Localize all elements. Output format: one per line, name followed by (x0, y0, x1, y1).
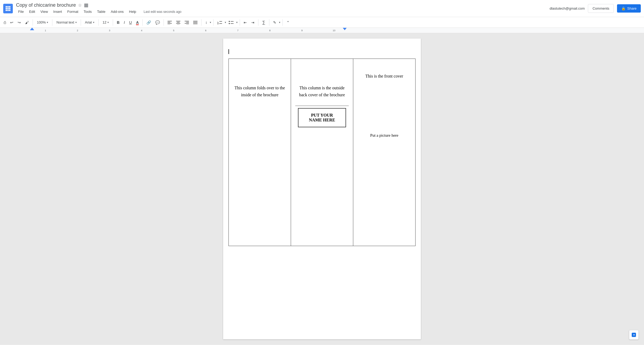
separator-11 (258, 19, 258, 26)
svg-text:7: 7 (237, 29, 238, 32)
menu-view[interactable]: View (38, 9, 50, 15)
user-email[interactable]: dlastutech@gmail.com (550, 6, 585, 10)
assistant-icon[interactable]: ✦ (629, 330, 639, 340)
zoom-select[interactable]: 100% ▾ (35, 20, 50, 25)
zoom-chevron: ▾ (47, 21, 48, 24)
svg-text:2: 2 (77, 29, 78, 32)
name-box-text: PUT YOUR NAME HERE (309, 113, 335, 122)
share-button[interactable]: 🔒 Share (617, 4, 641, 13)
underline-button[interactable]: U (127, 19, 133, 26)
comment-button[interactable]: 💬 (154, 19, 161, 26)
col1-text: This column folds over to the inside of … (233, 85, 286, 98)
svg-rect-6 (6, 10, 7, 11)
ruler-inner: 1 2 3 4 5 6 7 8 9 10 (0, 28, 644, 33)
size-select[interactable]: 12 ▾ (101, 20, 111, 25)
separator-6 (142, 19, 143, 26)
svg-text:9: 9 (301, 29, 302, 32)
align-right-button[interactable] (183, 20, 191, 25)
table-cell-col3[interactable]: This is the front cover Put a picture he… (353, 59, 416, 246)
svg-text:5: 5 (173, 29, 174, 32)
pen-button[interactable]: ✎ (271, 19, 278, 26)
folder-icon[interactable]: ▦ (84, 2, 88, 8)
text-color-button[interactable]: A (134, 19, 140, 26)
separator-5 (113, 19, 113, 26)
formula-button[interactable]: ∑ (261, 19, 267, 26)
svg-point-29 (229, 21, 230, 22)
font-select[interactable]: Arial ▾ (83, 20, 96, 25)
italic-button[interactable]: I (122, 19, 126, 26)
decrease-indent-button[interactable]: ⇤ (242, 19, 249, 26)
style-chevron: ▾ (75, 21, 77, 24)
font-chevron: ▾ (93, 21, 94, 24)
share-lock-icon: 🔒 (621, 6, 626, 10)
size-chevron: ▾ (107, 21, 109, 24)
line-spacing-button[interactable]: ↕ (204, 19, 209, 26)
increase-indent-button[interactable]: ⇥ (250, 19, 256, 26)
redo-button[interactable]: ↪ (16, 19, 22, 26)
menu-help[interactable]: Help (127, 9, 138, 15)
svg-text:3: 3 (109, 29, 110, 32)
table-cell-col2[interactable]: This column is the outside back cover of… (291, 59, 353, 246)
svg-rect-1 (7, 6, 9, 7)
separator-9 (213, 19, 214, 26)
svg-marker-43 (30, 28, 34, 30)
separator-4 (98, 19, 99, 26)
ruler: 1 2 3 4 5 6 7 8 9 10 (0, 28, 644, 33)
separator-1 (33, 19, 33, 26)
svg-text:6: 6 (205, 29, 206, 32)
pen-chevron: ▾ (279, 21, 280, 24)
top-right: dlastutech@gmail.com Comments 🔒 Share (550, 4, 641, 13)
comments-button[interactable]: Comments (588, 4, 614, 13)
paint-format-button[interactable]: 🖌 (24, 19, 30, 26)
picture-placeholder: Put a picture here (358, 132, 411, 139)
style-select[interactable]: Normal text ▾ (55, 20, 78, 25)
align-center-button[interactable] (174, 20, 182, 25)
menu-bar: File Edit View Insert Format Tools Table… (16, 9, 550, 15)
separator-7 (164, 19, 164, 26)
toolbar: ⎙ ↩ ↪ 🖌 100% ▾ Normal text ▾ Arial ▾ 12 … (0, 17, 644, 28)
front-cover-text: This is the front cover (358, 74, 411, 79)
doc-title-area: Copy of chiccarine brochure ☆ ▦ File Edi… (16, 2, 550, 15)
numbered-list-chevron: ▾ (225, 21, 226, 24)
svg-rect-2 (9, 6, 10, 7)
svg-text:4: 4 (141, 29, 142, 32)
separator-3 (81, 19, 81, 26)
menu-table[interactable]: Table (95, 9, 107, 15)
numbered-list-button[interactable]: 1.2. (216, 20, 224, 25)
bold-button[interactable]: B (115, 19, 121, 26)
last-edit: Last edit was seconds ago (144, 10, 181, 14)
svg-text:10: 10 (333, 29, 335, 32)
col2-back-cover-text: This column is the outside back cover of… (295, 85, 349, 98)
brochure-table: This column folds over to the inside of … (228, 59, 416, 246)
name-box[interactable]: PUT YOUR NAME HERE (298, 108, 346, 127)
collapse-toolbar-button[interactable]: ⌃ (285, 19, 291, 26)
google-apps-icon[interactable] (3, 4, 13, 13)
zoom-value: 100% (37, 20, 46, 24)
separator-2 (52, 19, 52, 26)
print-button[interactable]: ⎙ (2, 19, 7, 26)
align-justify-button[interactable] (192, 20, 199, 25)
link-button[interactable]: 🔗 (145, 19, 153, 26)
svg-point-31 (229, 23, 230, 24)
doc-title[interactable]: Copy of chiccarine brochure (16, 2, 76, 8)
doc-area[interactable]: This column folds over to the inside of … (0, 33, 644, 345)
style-value: Normal text (56, 20, 74, 24)
svg-marker-44 (343, 28, 347, 30)
text-cursor (228, 49, 229, 54)
star-icon[interactable]: ☆ (78, 3, 82, 8)
top-bar: Copy of chiccarine brochure ☆ ▦ File Edi… (0, 0, 644, 17)
line-spacing-chevron: ▾ (210, 21, 211, 24)
menu-insert[interactable]: Insert (51, 9, 64, 15)
menu-edit[interactable]: Edit (27, 9, 37, 15)
svg-rect-7 (7, 10, 9, 11)
share-label: Share (627, 6, 637, 10)
menu-file[interactable]: File (16, 9, 26, 15)
undo-button[interactable]: ↩ (9, 19, 15, 26)
menu-tools[interactable]: Tools (82, 9, 94, 15)
align-left-button[interactable] (166, 20, 173, 25)
menu-addons[interactable]: Add-ons (108, 9, 126, 15)
menu-format[interactable]: Format (65, 9, 80, 15)
table-cell-col1[interactable]: This column folds over to the inside of … (229, 59, 291, 246)
bullet-list-button[interactable] (227, 20, 235, 25)
font-value: Arial (85, 20, 92, 24)
